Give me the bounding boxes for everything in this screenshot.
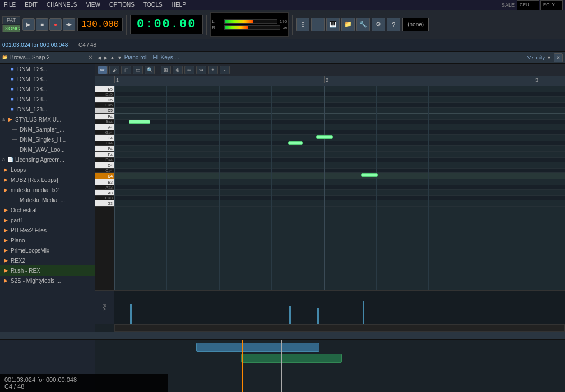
separator-text: | (72, 42, 74, 48)
pattern-record-button[interactable]: ●▶ (63, 18, 75, 31)
select-tool-button[interactable]: ▭ (133, 66, 143, 74)
list-item[interactable]: — DNM_WAV_Loo... (0, 144, 95, 155)
list-item[interactable]: ■ DNM_128... (0, 104, 95, 114)
pat-button[interactable]: PAT (2, 16, 20, 24)
list-item[interactable]: ▶ PH Rex2 Files (0, 225, 95, 235)
erase-tool-button[interactable]: ◻ (121, 66, 131, 74)
paint-tool-button[interactable]: 🖌 (109, 66, 119, 74)
zoom-in-button[interactable]: + (208, 66, 218, 74)
redo-button[interactable]: ↪ (196, 66, 206, 74)
list-item[interactable]: a 📄 Licensing Agreem... (0, 155, 95, 165)
menu-edit[interactable]: EDIT (23, 2, 39, 8)
playlist-block[interactable] (196, 343, 319, 352)
piano-key-e4[interactable]: E4 (95, 152, 114, 158)
piano-key-d5[interactable]: D5 (95, 97, 114, 103)
list-item[interactable]: ▶ Orchestral (0, 205, 95, 215)
piano-key-f4[interactable]: F4 (95, 146, 114, 152)
piano-key-cs4[interactable]: C#4 (95, 169, 114, 173)
menu-file[interactable]: FILE (2, 2, 17, 8)
list-item[interactable]: ▶ mutekki_media_fx2 (0, 185, 95, 195)
note-grid[interactable] (114, 86, 565, 290)
piano-key-cs5[interactable]: C#5 (95, 103, 114, 108)
piano-key-g4[interactable]: G4 (95, 135, 114, 141)
list-item[interactable]: ▶ S2S - Mightyfools ... (0, 276, 95, 286)
note-g4[interactable] (316, 135, 333, 139)
piano-key-a4[interactable]: A4 (95, 124, 114, 130)
item-label: DNM_128... (17, 76, 47, 82)
piano-key-fs4[interactable]: F#4 (95, 141, 114, 146)
list-item[interactable]: ▶ MUB2 {Rex Loops} (0, 175, 95, 185)
undo-button[interactable]: ↩ (184, 66, 194, 74)
list-item[interactable]: ▶ Loops (0, 165, 95, 175)
plugin-picker-button[interactable]: 🔧 (356, 18, 370, 31)
piano-key-ds4[interactable]: D#4 (95, 158, 114, 162)
grid-row-c5 (114, 108, 565, 114)
piano-key-as4[interactable]: A#4 (95, 120, 114, 124)
piano-key-e5[interactable]: E5 (95, 86, 114, 92)
timeline-ruler[interactable]: 1 2 3 (114, 76, 565, 86)
piano-key-a3[interactable]: A3 (95, 190, 114, 196)
grid-row-a4 (114, 124, 565, 130)
song-button[interactable]: SONG (2, 25, 20, 32)
list-item[interactable]: ▶ PrimeLoopsMix (0, 245, 95, 255)
menu-options[interactable]: OPTIONS (108, 2, 136, 8)
play-button[interactable]: ▶ (22, 18, 35, 31)
zoom-tool-button[interactable]: 🔍 (145, 66, 155, 74)
note-as4-1[interactable] (129, 120, 150, 124)
marker-line (281, 340, 282, 392)
right-controls: 🎚 ≡ 🎹 📁 🔧 ⚙ ? (296, 18, 400, 31)
list-item[interactable]: ■ DNM_128... (0, 94, 95, 104)
mixer-button[interactable]: 🎚 (296, 18, 309, 31)
list-item-rush-rex[interactable]: ▶ Rush - REX (0, 265, 95, 276)
pr-close-button[interactable]: ✕ (554, 53, 563, 62)
piano-key-g3[interactable]: G3 (95, 200, 114, 207)
menu-view[interactable]: VIEW (84, 2, 102, 8)
note-c4[interactable] (361, 173, 378, 177)
list-item[interactable]: — DNM_Sampler_... (0, 124, 95, 134)
menu-channels[interactable]: CHANNELS (45, 2, 78, 8)
pr-options-icon[interactable]: ▼ (547, 55, 552, 60)
piano-key-c4[interactable]: C4 (95, 173, 114, 179)
piano-key-c5[interactable]: C5 (95, 108, 114, 114)
browser-close-button[interactable]: ✕ (88, 54, 92, 60)
list-item[interactable]: ▶ REX2 (0, 255, 95, 265)
record-button[interactable]: ● (49, 18, 62, 31)
magnet-button[interactable]: ⊕ (173, 66, 183, 74)
piano-key-as3[interactable]: A#3 (95, 185, 114, 190)
playlist-block[interactable] (241, 354, 342, 363)
draw-tool-button[interactable]: ✏ (98, 66, 108, 74)
menu-help[interactable]: HELP (170, 2, 188, 8)
zoom-out-button[interactable]: - (220, 66, 230, 74)
list-item[interactable]: ▶ part1 (0, 215, 95, 225)
beat-line (481, 86, 481, 290)
piano-key-d4[interactable]: D4 (95, 162, 114, 169)
list-item[interactable]: ▶ Piano (0, 235, 95, 245)
menu-tools[interactable]: TOOLS (142, 2, 164, 8)
velocity-bars[interactable] (114, 291, 565, 324)
channel-rack-button[interactable]: ≡ (311, 18, 325, 31)
piano-roll-title: Piano roll - FL Keys ... (124, 54, 179, 60)
poly-display: POLY (540, 0, 563, 10)
horizontal-scrollbar[interactable] (114, 324, 565, 332)
vel-bar (130, 304, 132, 324)
list-item[interactable]: — DNM_Singles_H... (0, 134, 95, 144)
piano-roll-button[interactable]: 🎹 (326, 18, 340, 31)
list-item[interactable]: — Mutekki_Media_... (0, 195, 95, 205)
piano-key-ds5[interactable]: D#5 (95, 92, 114, 97)
piano-key-b4[interactable]: B4 (95, 114, 114, 120)
help-button[interactable]: ? (387, 18, 400, 31)
list-item[interactable]: ■ DNM_128... (0, 84, 95, 94)
piano-key-b3[interactable]: B3 (95, 179, 114, 185)
snap-button[interactable]: ⊞ (161, 66, 171, 74)
bpm-display[interactable]: 130.000 (77, 18, 123, 31)
list-item[interactable]: ■ DNM_128... (0, 74, 95, 84)
browser-button[interactable]: 📁 (341, 18, 355, 31)
piano-key-gs3[interactable]: G#3 (95, 196, 114, 200)
piano-key-gs4[interactable]: G#4 (95, 130, 114, 135)
note-fs4[interactable] (288, 141, 303, 145)
velocity-label[interactable]: Velocity (527, 55, 545, 60)
list-item[interactable]: ■ DNM_128... (0, 64, 95, 74)
settings-button[interactable]: ⚙ (372, 18, 385, 31)
list-item[interactable]: a ▶ STYLUS RMX U... (0, 114, 95, 124)
stop-button[interactable]: ■ (36, 18, 48, 31)
